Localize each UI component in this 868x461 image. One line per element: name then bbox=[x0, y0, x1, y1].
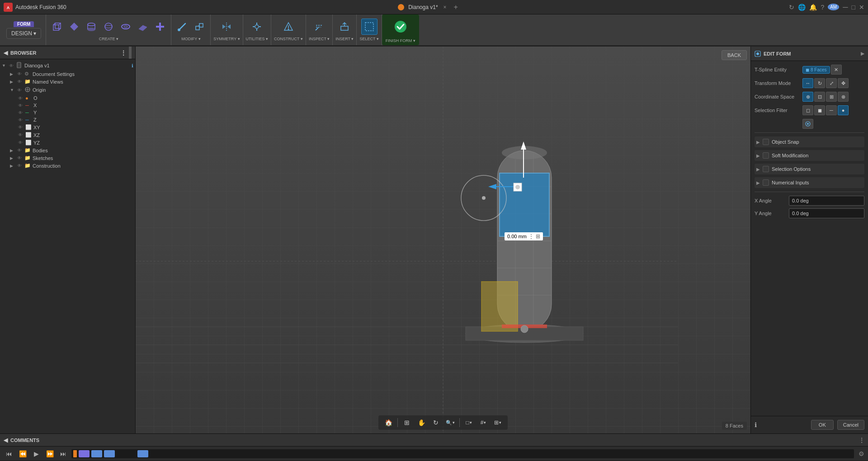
view-home-btn[interactable]: 🏠 bbox=[382, 417, 395, 428]
utilities-label[interactable]: UTILITIES ▾ bbox=[246, 37, 269, 41]
new-tab-btn[interactable]: + bbox=[454, 3, 458, 11]
expand-sketches-icon[interactable]: ▶ bbox=[10, 156, 16, 160]
close-btn[interactable]: ✕ bbox=[859, 4, 864, 11]
cancel-btn[interactable]: Cancel bbox=[837, 420, 864, 430]
inspect-btn[interactable] bbox=[311, 19, 327, 35]
numerical-inputs-section[interactable]: ▶ Numerical Inputs bbox=[755, 177, 864, 188]
maximize-btn[interactable]: □ bbox=[852, 4, 855, 11]
version-info-icon[interactable]: ℹ bbox=[132, 63, 133, 68]
insert-label[interactable]: INSERT ▾ bbox=[335, 37, 354, 41]
comments-collapse-icon[interactable]: ◀ bbox=[4, 437, 8, 443]
eye-origin-icon[interactable]: 👁 bbox=[17, 88, 24, 93]
object-snap-checkbox[interactable] bbox=[763, 139, 769, 145]
x-angle-input[interactable] bbox=[789, 196, 864, 206]
form-tab-label[interactable]: FORM bbox=[14, 21, 34, 27]
finish-form-btn[interactable] bbox=[391, 17, 410, 37]
coord-local-btn[interactable]: ⊡ bbox=[814, 92, 825, 102]
transform-free-btn[interactable]: ✥ bbox=[838, 78, 849, 88]
modify-btn[interactable] bbox=[174, 19, 190, 35]
filter-body-btn[interactable]: ◻ bbox=[802, 105, 813, 115]
tl-item-4[interactable] bbox=[137, 450, 148, 457]
ok-btn[interactable]: OK bbox=[811, 420, 834, 430]
tl-prev-btn[interactable]: ⏪ bbox=[17, 448, 28, 459]
tree-item-doc-settings[interactable]: ▶ 👁 ⚙ Document Settings bbox=[0, 70, 135, 78]
soft-mod-checkbox[interactable] bbox=[763, 152, 769, 159]
avatar[interactable]: AM bbox=[828, 4, 839, 10]
tspline-close-btn[interactable]: ✕ bbox=[831, 65, 842, 75]
create-insert-btn[interactable] bbox=[152, 19, 168, 35]
transform-scale-btn[interactable]: ⤢ bbox=[826, 78, 837, 88]
globe-icon[interactable]: 🌐 bbox=[798, 4, 806, 11]
eye-named-views-icon[interactable]: 👁 bbox=[17, 79, 24, 84]
construct-btn[interactable] bbox=[280, 19, 297, 35]
refresh-icon[interactable]: ↻ bbox=[789, 4, 794, 11]
create-diamond-btn[interactable] bbox=[66, 19, 82, 35]
expand-settings-icon[interactable]: ▶ bbox=[10, 72, 16, 76]
tree-item-sketches[interactable]: ▶ 👁 📁 Sketches bbox=[0, 154, 135, 162]
back-btn[interactable]: BACK bbox=[722, 50, 747, 60]
modify-label[interactable]: MODIFY ▾ bbox=[181, 37, 200, 41]
tree-item-yz[interactable]: 👁 ⬜ YZ bbox=[0, 139, 135, 146]
eye-z-icon[interactable]: 👁 bbox=[18, 118, 24, 122]
bell-icon[interactable]: 🔔 bbox=[809, 4, 817, 11]
measure-more-icon[interactable]: ⋮ bbox=[528, 233, 534, 240]
tl-play-btn[interactable]: ▶ bbox=[31, 448, 42, 459]
view-pan-btn[interactable]: ✋ bbox=[415, 417, 428, 428]
view-grid-toggle-btn[interactable]: #▾ bbox=[477, 417, 490, 428]
modify-2-btn[interactable] bbox=[191, 19, 208, 35]
eye-xy-icon[interactable]: 👁 bbox=[18, 125, 24, 130]
tl-item-2[interactable] bbox=[91, 450, 102, 457]
view-orbit-btn[interactable]: ↻ bbox=[429, 417, 442, 428]
create-sphere-btn[interactable] bbox=[100, 19, 117, 35]
filter-extra-btn[interactable] bbox=[802, 119, 813, 129]
expand-bodies-icon[interactable]: ▶ bbox=[10, 148, 16, 153]
eye-settings-icon[interactable]: 👁 bbox=[17, 71, 24, 76]
select-label[interactable]: SELECT ▾ bbox=[359, 37, 378, 41]
tree-item-bodies[interactable]: ▶ 👁 📁 Bodies bbox=[0, 146, 135, 154]
filter-vertex-btn[interactable]: ● bbox=[838, 105, 849, 115]
tree-item-xy[interactable]: 👁 ⬜ XY bbox=[0, 123, 135, 131]
filter-face-btn[interactable]: ◼ bbox=[814, 105, 825, 115]
tree-item-o[interactable]: 👁 ● O bbox=[0, 94, 135, 102]
eye-icon[interactable]: 👁 bbox=[9, 63, 15, 68]
view-grid-btn[interactable]: ⊞ bbox=[401, 417, 413, 428]
y-angle-input[interactable] bbox=[789, 208, 864, 218]
object-snap-section[interactable]: ▶ Object Snap bbox=[755, 136, 864, 147]
tspline-badge[interactable]: ◼ 8 Faces bbox=[802, 66, 830, 74]
selection-opts-section[interactable]: ▶ Selection Options bbox=[755, 164, 864, 174]
create-label[interactable]: CREATE ▾ bbox=[99, 37, 118, 41]
tree-item-named-views[interactable]: ▶ 👁 📁 Named Views bbox=[0, 78, 135, 85]
tl-next-btn[interactable]: ⏩ bbox=[44, 448, 55, 459]
eye-construction-icon[interactable]: 👁 bbox=[17, 163, 24, 168]
eye-o-icon[interactable]: 👁 bbox=[18, 96, 24, 101]
utilities-btn[interactable] bbox=[249, 19, 265, 35]
view-viewport-btn[interactable]: ⊞▾ bbox=[491, 417, 504, 428]
select-btn[interactable] bbox=[361, 19, 377, 35]
inspect-label[interactable]: INSPECT ▾ bbox=[309, 37, 330, 41]
symmetry-label[interactable]: SYMMETRY ▾ bbox=[213, 37, 240, 41]
expand-named-views-icon[interactable]: ▶ bbox=[10, 80, 16, 84]
comments-options-icon[interactable]: ⋮ bbox=[859, 437, 864, 443]
symmetry-btn[interactable] bbox=[218, 19, 235, 35]
eye-sketches-icon[interactable]: 👁 bbox=[17, 155, 24, 160]
edit-form-collapse-icon[interactable]: ▶ bbox=[861, 51, 864, 56]
browser-collapse-icon[interactable]: ◀ bbox=[4, 50, 8, 56]
create-box-btn[interactable] bbox=[49, 19, 65, 35]
minimize-btn[interactable]: ─ bbox=[843, 3, 848, 11]
tree-item-y[interactable]: 👁 ─ Y bbox=[0, 109, 135, 116]
filter-edge-btn[interactable]: ─ bbox=[826, 105, 837, 115]
construct-label[interactable]: CONSTRUCT ▾ bbox=[274, 37, 303, 41]
tree-item-z[interactable]: 👁 ─ Z bbox=[0, 116, 135, 123]
finish-form-label[interactable]: FINISH FORM ▾ bbox=[386, 38, 415, 43]
expand-doc-icon[interactable]: ▼ bbox=[2, 63, 8, 68]
browser-options-icon[interactable]: ⋮ bbox=[121, 50, 126, 56]
help-icon[interactable]: ? bbox=[821, 4, 824, 11]
tl-item-3[interactable] bbox=[104, 450, 115, 457]
close-doc[interactable]: × bbox=[443, 4, 447, 10]
coord-normal-btn[interactable]: ⊗ bbox=[838, 92, 849, 102]
soft-mod-section[interactable]: ▶ Soft Modification bbox=[755, 150, 864, 161]
measure-pin-icon[interactable]: ⊞ bbox=[536, 233, 540, 240]
tree-item-xz[interactable]: 👁 ⬜ XZ bbox=[0, 131, 135, 139]
selection-opts-checkbox[interactable] bbox=[763, 166, 769, 172]
eye-y-icon[interactable]: 👁 bbox=[18, 110, 24, 115]
